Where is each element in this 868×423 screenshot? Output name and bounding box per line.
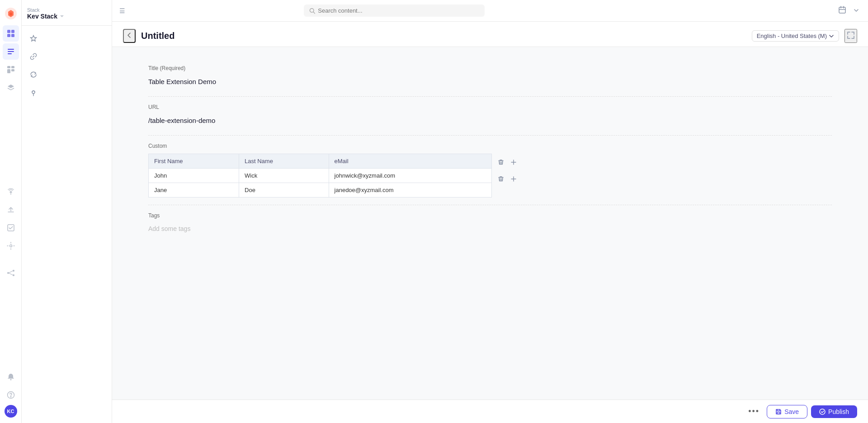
svg-rect-26 — [839, 7, 845, 13]
search-icon — [309, 8, 315, 14]
sidebar-icon-list — [22, 26, 112, 105]
publish-icon — [819, 409, 826, 415]
nav-rail: KC — [0, 0, 22, 423]
editor-content: Title (Required) Table Extension Demo UR… — [112, 47, 868, 423]
nav-notifications[interactable] — [3, 369, 19, 385]
svg-rect-27 — [777, 412, 780, 414]
nav-help[interactable] — [3, 387, 19, 403]
table-header: First Name — [149, 154, 239, 169]
svg-point-28 — [820, 409, 825, 414]
editor-footer: ••• Save Publish — [112, 400, 868, 423]
custom-table: First NameLast NameeMail JohnWickjohnwic… — [148, 154, 492, 197]
svg-rect-9 — [11, 66, 14, 68]
svg-rect-5 — [8, 49, 14, 50]
table-cell-0-1[interactable]: Wick — [239, 169, 329, 183]
save-icon — [775, 409, 782, 415]
table-header: eMail — [329, 154, 491, 169]
svg-rect-14 — [8, 225, 14, 231]
user-avatar[interactable]: KC — [5, 405, 17, 418]
tags-section: Tags Add some tags — [148, 205, 832, 243]
svg-rect-8 — [7, 66, 10, 68]
table-cell-0-2[interactable]: johnwick@xyzmail.com — [329, 169, 491, 183]
save-button[interactable]: Save — [767, 405, 807, 418]
svg-point-15 — [9, 245, 12, 247]
tags-label: Tags — [148, 212, 832, 219]
svg-rect-10 — [7, 69, 10, 73]
topbar-menu[interactable]: ☰ — [119, 7, 125, 14]
svg-point-12 — [9, 191, 12, 193]
nav-layers[interactable] — [3, 80, 19, 96]
sidebar-link[interactable] — [25, 48, 42, 65]
url-section: URL /table-extension-demo — [148, 97, 832, 136]
locale-selector[interactable]: English - United States (M) — [752, 30, 839, 42]
delete-row-0-button[interactable] — [495, 157, 506, 168]
topbar: ☰ — [112, 0, 868, 22]
workspace-name[interactable]: Kev Stack — [27, 13, 106, 20]
svg-rect-6 — [8, 51, 14, 52]
svg-rect-1 — [7, 30, 10, 33]
search-container — [304, 5, 485, 17]
brand-label: Stack — [27, 7, 106, 13]
sidebar-header: Stack Kev Stack — [22, 5, 112, 26]
table-header: Last Name — [239, 154, 329, 169]
table-cell-1-2[interactable]: janedoe@xyzmail.com — [329, 183, 491, 197]
add-row-0-button[interactable] — [508, 157, 519, 168]
table-cell-1-0[interactable]: Jane — [149, 183, 239, 197]
custom-label: Custom — [148, 143, 832, 149]
nav-components[interactable] — [3, 61, 19, 78]
sidebar-pin[interactable] — [25, 85, 42, 101]
title-value[interactable]: Table Extension Demo — [148, 74, 832, 89]
table-cell-0-0[interactable]: John — [149, 169, 239, 183]
title-label: Title (Required) — [148, 65, 832, 71]
nav-connections[interactable] — [3, 265, 19, 281]
add-row-1-button[interactable] — [508, 174, 519, 184]
svg-rect-11 — [11, 69, 14, 71]
url-value[interactable]: /table-extension-demo — [148, 113, 832, 128]
svg-rect-2 — [11, 30, 14, 33]
svg-point-18 — [13, 274, 14, 276]
search-input[interactable] — [318, 7, 479, 14]
nav-broadcast[interactable] — [3, 183, 19, 200]
more-options-button[interactable]: ••• — [745, 404, 763, 419]
sidebar-star[interactable] — [25, 30, 42, 47]
table-row: JohnWickjohnwick@xyzmail.com — [149, 169, 492, 183]
title-section: Title (Required) Table Extension Demo — [148, 58, 832, 97]
topbar-icons — [836, 4, 861, 18]
svg-point-23 — [10, 396, 11, 397]
nav-dashboard[interactable] — [3, 25, 19, 42]
svg-line-20 — [9, 273, 13, 275]
back-button[interactable] — [123, 29, 136, 43]
svg-point-17 — [13, 270, 14, 272]
calendar-icon[interactable] — [836, 4, 848, 18]
nav-upload[interactable] — [3, 202, 19, 218]
table-row: JaneDoejanedoe@xyzmail.com — [149, 183, 492, 197]
chevron-down-icon[interactable] — [852, 5, 861, 17]
tags-placeholder[interactable]: Add some tags — [148, 221, 832, 236]
svg-point-21 — [10, 379, 11, 381]
nav-list[interactable] — [3, 43, 19, 60]
url-label: URL — [148, 104, 832, 110]
publish-button[interactable]: Publish — [811, 405, 857, 418]
table-cell-1-1[interactable]: Doe — [239, 183, 329, 197]
custom-section: Custom First NameLast NameeMail JohnWick… — [148, 136, 832, 205]
secondary-sidebar: Stack Kev Stack — [22, 0, 112, 423]
editor-header: Untitled English - United States (M) — [112, 22, 868, 47]
app-logo[interactable] — [3, 5, 19, 22]
delete-row-1-button[interactable] — [495, 174, 506, 184]
nav-tasks[interactable] — [3, 220, 19, 236]
fullscreen-button[interactable] — [844, 29, 857, 43]
nav-settings[interactable] — [3, 238, 19, 254]
svg-rect-3 — [7, 34, 10, 37]
editor-title: Untitled — [141, 31, 175, 41]
svg-rect-4 — [11, 34, 14, 37]
svg-point-16 — [7, 272, 9, 274]
svg-line-19 — [9, 271, 13, 273]
svg-rect-7 — [8, 53, 12, 54]
sidebar-refresh[interactable] — [25, 66, 42, 83]
